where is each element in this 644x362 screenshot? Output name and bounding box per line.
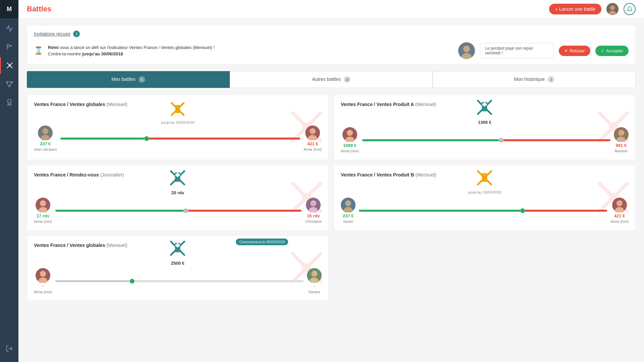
- battle-4-player1-avatar: [341, 198, 356, 212]
- svg-point-59: [345, 200, 351, 206]
- invitation-avatar: [458, 42, 475, 59]
- svg-point-20: [42, 128, 48, 134]
- battle-5-progress: - Anna (moi) -: [34, 268, 322, 294]
- battle-card-3: Ventes France / Rendez-vous (Journalier)…: [27, 165, 329, 230]
- svg-point-10: [463, 46, 470, 52]
- flag-battle-icon-3: [167, 167, 189, 189]
- battle-2-score1: 1089 €: [343, 143, 357, 148]
- tab-autres-battles[interactable]: Autres battles 10: [230, 71, 433, 88]
- launch-battle-button[interactable]: + Lancer une battle: [549, 4, 601, 14]
- flag-battle-icon-5: [167, 238, 189, 259]
- invitation-deadline: jusqu'au 30/06/2018: [82, 51, 123, 56]
- svg-point-40: [302, 193, 311, 202]
- invitation-message: Le perdant paye son repas vendredi !: [480, 43, 554, 58]
- battle-3-toplabel: 20 rdv: [167, 190, 189, 195]
- battle-3-bar: [55, 208, 302, 213]
- battle-card-4: Ventes France / Ventes Produit B (Mensue…: [334, 165, 636, 230]
- battle-5-name1: Anna (moi): [34, 290, 52, 294]
- battle-1-dot: [144, 136, 149, 141]
- battle-1-player1-avatar: [38, 125, 53, 140]
- invitations-section: Invitations reçues 1 ⌛ Rémi vous a lancé…: [27, 25, 636, 64]
- battle-5-dot: [130, 279, 135, 283]
- battle-2-name1: Anna (moi): [341, 149, 359, 153]
- battle-4-progress: 237 € Xavier 421 €: [341, 198, 629, 223]
- battle-4-dot: [520, 208, 525, 213]
- svg-point-66: [302, 263, 311, 272]
- user-avatar[interactable]: [606, 3, 619, 15]
- svg-point-7: [610, 5, 615, 10]
- battle-4-bar: [359, 208, 607, 213]
- battle-5-score1: -: [42, 284, 44, 289]
- x-icon: ✕: [564, 48, 568, 53]
- battle-card-1: Ventes France / Ventes globales (Mensuel…: [27, 95, 329, 160]
- svg-point-3: [9, 65, 10, 66]
- invitation-sender: Rémi: [48, 45, 59, 50]
- sidebar-item-award[interactable]: [0, 94, 18, 111]
- sidebar-item-battles[interactable]: [0, 57, 18, 74]
- invitations-badge: 1: [73, 31, 80, 37]
- battle-1-name2: Anna (moi): [304, 147, 322, 151]
- battle-4-deadline: jusqu'au 26/09/2018: [468, 190, 501, 194]
- battle-4-name1: Xavier: [343, 219, 353, 223]
- notifications-bell[interactable]: [624, 3, 636, 15]
- battle-1-score1: 237 €: [40, 141, 51, 146]
- topbar: Battles + Lancer une battle: [18, 0, 644, 18]
- svg-point-46: [40, 200, 46, 206]
- svg-point-33: [347, 130, 353, 136]
- svg-point-53: [609, 193, 618, 202]
- hourglass-battle-icon-1: [168, 99, 188, 119]
- accept-button[interactable]: ✓ Accepter: [595, 46, 629, 56]
- hourglass-battle-icon-4: [474, 167, 496, 189]
- battle-2-progress: 1089 € Anna (moi) 991: [341, 127, 629, 153]
- sidebar-item-chart[interactable]: [0, 20, 18, 37]
- sidebar-item-trophy[interactable]: [0, 75, 18, 92]
- battle-2-bar: [362, 138, 610, 143]
- svg-point-27: [609, 122, 618, 131]
- battles-grid: Ventes France / Ventes globales (Mensuel…: [27, 95, 636, 301]
- battle-1-progress: 237 € Jean-Jacques 421: [34, 125, 322, 151]
- invitations-header: Invitations reçues 1: [34, 31, 629, 37]
- battle-3-score1: 17 rdv: [37, 213, 49, 218]
- battle-3-progress: 17 rdv Anna (moi) 15 r: [34, 198, 322, 223]
- topbar-actions: + Lancer une battle: [549, 3, 636, 15]
- sidebar-logo[interactable]: M: [0, 0, 18, 18]
- check-icon: ✓: [601, 48, 604, 53]
- sidebar-item-flag[interactable]: [0, 39, 18, 55]
- tab-mon-historique[interactable]: Mon historique 3: [433, 71, 636, 88]
- battle-2-toplabel: 1300 €: [474, 120, 496, 125]
- battle-3-name1: Anna (moi): [34, 219, 52, 223]
- refuse-button[interactable]: ✕ Refuser: [559, 46, 590, 56]
- page-title: Battles: [27, 5, 549, 13]
- battle-2-player1-avatar: [342, 127, 357, 142]
- invitation-text: Rémi vous a lancé un défi sur l'indicate…: [48, 44, 453, 57]
- invitation-row: ⌛ Rémi vous a lancé un défi sur l'indica…: [34, 42, 629, 59]
- battle-card-2: Ventes France / Ventes Produit A (Mensue…: [334, 95, 636, 160]
- sidebar: M: [0, 0, 18, 362]
- main-area: Battles + Lancer une battle I: [18, 0, 644, 362]
- battle-3-player1-avatar: [36, 198, 50, 212]
- content-area: Invitations reçues 1 ⌛ Rémi vous a lancé…: [18, 18, 644, 362]
- battle-4-name2: Anna (moi): [610, 219, 629, 223]
- battle-1-name1: Jean-Jacques: [34, 147, 57, 151]
- battle-1-deadline: jusqu'au 26/09/2018: [161, 120, 195, 124]
- battle-4-score1: 237 €: [343, 213, 354, 218]
- flag-battle-icon-2: [474, 97, 496, 118]
- battle-card-5: Ventes France / Ventes globales (Mensuel…: [27, 236, 329, 301]
- battle-5-name2: Sandra: [308, 290, 320, 294]
- sidebar-item-logout[interactable]: [0, 340, 18, 357]
- svg-point-4: [7, 99, 11, 103]
- battle-5-toplabel: 2500 €: [167, 261, 189, 266]
- tab-mes-battles[interactable]: Mes battles 5: [27, 71, 230, 88]
- hourglass-icon: ⌛: [34, 46, 43, 55]
- svg-point-72: [40, 271, 46, 277]
- battle-1-bar: [60, 136, 301, 141]
- tabs: Mes battles 5 Autres battles 10 Mon hist…: [27, 71, 636, 88]
- battle-2-dot: [499, 138, 503, 143]
- battle-3-name2: Christiane: [305, 219, 322, 223]
- coming-soon-badge: Commencera le 05/09/2018: [236, 239, 288, 245]
- svg-point-14: [302, 122, 311, 131]
- battle-2-name2: Maxime: [615, 149, 628, 153]
- battle-3-dot: [183, 208, 188, 213]
- battle-5-player1-avatar: [36, 268, 50, 283]
- battle-5-bar: [55, 278, 304, 284]
